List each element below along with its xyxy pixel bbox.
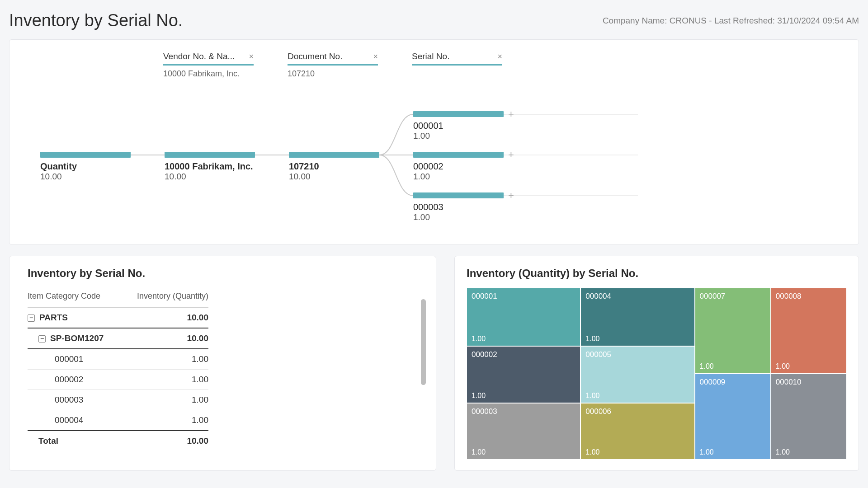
cell-label: 000010 (776, 378, 842, 387)
treemap-cell[interactable]: 0000021.00 (467, 346, 580, 403)
tree-node-serial[interactable]: 000003 1.00 (413, 192, 504, 222)
total-qty: 10.00 (121, 431, 208, 451)
tree-node-document[interactable]: 107210 10.00 (289, 152, 379, 182)
row-label: 000003 (28, 390, 121, 410)
cell-value: 1.00 (585, 335, 599, 343)
level-label: Document No. (288, 52, 369, 61)
level-header-vendor[interactable]: Vendor No. & Na... × 10000 Fabrikam, Inc… (163, 52, 254, 79)
node-label: 000003 (413, 202, 504, 212)
level-value: 10000 Fabrikam, Inc. (163, 66, 254, 79)
cell-label: 000003 (472, 407, 576, 416)
row-label: 000004 (28, 410, 121, 431)
page-header: Inventory by Serial No. Company Name: CR… (9, 11, 859, 30)
row-label: −PARTS (28, 308, 121, 328)
node-label: 000002 (413, 161, 504, 172)
treemap-cell[interactable]: 0000091.00 (695, 374, 771, 460)
treemap-cell[interactable]: 0000011.00 (467, 288, 580, 346)
node-value: 1.00 (413, 131, 504, 141)
collapse-icon[interactable]: − (28, 314, 35, 322)
cell-value: 1.00 (472, 335, 486, 343)
expand-icon[interactable]: + (508, 108, 514, 120)
cell-value: 1.00 (472, 448, 486, 456)
tree-node-vendor[interactable]: 10000 Fabrikam, Inc. 10.00 (165, 152, 255, 182)
treemap-cell[interactable]: 0000061.00 (580, 403, 694, 460)
node-value: 10.00 (165, 172, 255, 182)
cell-label: 000007 (700, 292, 766, 301)
node-value: 1.00 (413, 172, 504, 182)
tree-node-serial[interactable]: 000002 1.00 (413, 152, 504, 182)
node-label: 000001 (413, 121, 504, 131)
cell-label: 000006 (585, 407, 689, 416)
level-header-document[interactable]: Document No. × 107210 (288, 52, 378, 79)
cell-value: 1.00 (776, 448, 790, 456)
total-label: Total (28, 431, 121, 451)
row-qty: 1.00 (121, 410, 208, 431)
cell-value: 1.00 (700, 362, 714, 371)
treemap-cell[interactable]: 0000051.00 (580, 346, 694, 403)
node-value: 10.00 (289, 172, 379, 182)
cell-label: 000008 (776, 292, 842, 301)
row-qty: 1.00 (121, 349, 208, 370)
node-label: 10000 Fabrikam, Inc. (165, 161, 255, 172)
row-label: 000002 (28, 370, 121, 390)
page-title: Inventory by Serial No. (9, 11, 183, 30)
expand-icon[interactable]: + (508, 190, 514, 202)
treemap-cell[interactable]: 0000031.00 (467, 403, 580, 460)
table-row[interactable]: 0000021.00 (28, 370, 208, 390)
treemap-cell[interactable]: 0000041.00 (580, 288, 694, 346)
row-label: 000001 (28, 349, 121, 370)
treemap-chart[interactable]: 0000011.000000041.000000021.000000051.00… (467, 288, 847, 460)
level-label: Vendor No. & Na... (163, 52, 245, 61)
row-qty: 10.00 (121, 308, 208, 328)
row-qty: 1.00 (121, 390, 208, 410)
cell-value: 1.00 (700, 448, 714, 456)
cell-label: 000002 (472, 350, 576, 359)
tree-node-root[interactable]: Quantity 10.00 (40, 152, 131, 182)
expand-icon[interactable]: + (508, 149, 514, 161)
card-title: Inventory by Serial No. (28, 267, 418, 280)
cell-label: 000004 (585, 292, 689, 301)
card-title: Inventory (Quantity) by Serial No. (467, 267, 847, 280)
row-qty: 1.00 (121, 370, 208, 390)
collapse-icon[interactable]: − (38, 335, 46, 343)
table-row[interactable]: −PARTS10.00 (28, 308, 208, 328)
table-row[interactable]: 0000031.00 (28, 390, 208, 410)
level-value: 107210 (288, 66, 378, 79)
table-row[interactable]: 0000041.00 (28, 410, 208, 431)
row-label: −SP-BOM1207 (28, 328, 121, 349)
level-label: Serial No. (412, 52, 494, 61)
cell-label: 000005 (585, 350, 689, 359)
cell-value: 1.00 (776, 362, 790, 371)
cell-value: 1.00 (585, 448, 599, 456)
tree-node-serial[interactable]: 000001 1.00 (413, 111, 504, 141)
close-icon[interactable]: × (369, 52, 378, 61)
inventory-table-card: Inventory by Serial No. Item Category Co… (9, 256, 436, 471)
table-row[interactable]: 0000011.00 (28, 349, 208, 370)
treemap-cell[interactable]: 0000101.00 (771, 374, 847, 460)
cell-value: 1.00 (585, 392, 599, 400)
node-label: 107210 (289, 161, 379, 172)
treemap-card: Inventory (Quantity) by Serial No. 00000… (454, 256, 859, 471)
cell-label: 000009 (700, 378, 766, 387)
table-row[interactable]: −SP-BOM120710.00 (28, 328, 208, 349)
close-icon[interactable]: × (494, 52, 502, 61)
node-label: Quantity (40, 161, 131, 172)
cell-label: 000001 (472, 292, 576, 301)
close-icon[interactable]: × (245, 52, 254, 61)
inventory-table: Item Category Code Inventory (Quantity) … (28, 288, 208, 451)
row-qty: 10.00 (121, 328, 208, 349)
level-header-serial[interactable]: Serial No. × (412, 52, 502, 66)
col-header-category[interactable]: Item Category Code (28, 288, 121, 308)
treemap-cell[interactable]: 0000081.00 (771, 288, 847, 374)
treemap-cell[interactable]: 0000071.00 (695, 288, 771, 374)
col-header-quantity[interactable]: Inventory (Quantity) (121, 288, 208, 308)
node-value: 10.00 (40, 172, 131, 182)
node-value: 1.00 (413, 212, 504, 222)
table-total-row: Total 10.00 (28, 431, 208, 451)
decomposition-tree-card: Vendor No. & Na... × 10000 Fabrikam, Inc… (9, 39, 859, 245)
cell-value: 1.00 (472, 392, 486, 400)
header-info: Company Name: CRONUS - Last Refreshed: 3… (603, 16, 859, 26)
scrollbar[interactable] (421, 299, 426, 385)
